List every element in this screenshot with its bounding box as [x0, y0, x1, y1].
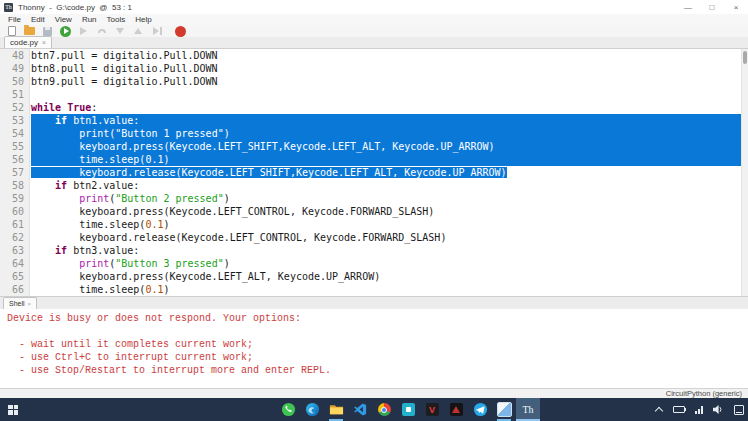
- run-script-button[interactable]: [59, 25, 72, 37]
- line-number: 50: [0, 75, 29, 88]
- code-line-52[interactable]: while True:: [31, 101, 741, 114]
- vscode-icon: [353, 402, 368, 417]
- code-line-59[interactable]: print("Button 2 pressed"): [31, 192, 741, 205]
- resume-button: [149, 25, 162, 37]
- code-line-60[interactable]: keyboard.press(Keycode.LEFT_CONTROL, Key…: [31, 205, 741, 218]
- window-controls: — □ ×: [676, 0, 748, 14]
- line-number: 49: [0, 62, 29, 75]
- code-line-57[interactable]: keyboard.release(Keycode.LEFT_SHIFT,Keyc…: [31, 166, 741, 179]
- line-number: 51: [0, 88, 29, 101]
- edge-icon: [305, 402, 320, 417]
- photos-icon: [497, 402, 512, 417]
- chat-app-icon: [402, 403, 415, 416]
- line-number: 64: [0, 257, 29, 270]
- start-button[interactable]: [0, 398, 26, 421]
- backend-selector[interactable]: CircuitPython (generic): [666, 389, 748, 398]
- telegram-icon: [473, 402, 488, 417]
- close-button[interactable]: ×: [724, 0, 748, 14]
- menu-bar: FileEditViewRunToolsHelp: [0, 14, 748, 25]
- code-line-48[interactable]: btn7.pull = digitalio.Pull.DOWN: [31, 49, 741, 62]
- system-tray: [652, 398, 745, 421]
- minimize-button[interactable]: —: [676, 0, 700, 14]
- shell-header: Shell ×: [0, 296, 748, 309]
- line-number: 66: [0, 283, 29, 296]
- shell-tab-label: Shell: [9, 300, 25, 307]
- line-number: 62: [0, 231, 29, 244]
- taskbar-app-chat-app[interactable]: [396, 398, 420, 421]
- vivaldi-icon: V: [426, 403, 439, 416]
- code-line-62[interactable]: keyboard.release(Keycode.LEFT_CONTROL, K…: [31, 231, 741, 244]
- debug-button: [77, 25, 90, 37]
- step-into-icon: [116, 28, 124, 34]
- taskbar-app-vivaldi[interactable]: V: [420, 398, 444, 421]
- code-text-area[interactable]: btn7.pull = digitalio.Pull.DOWNbtn8.pull…: [31, 49, 741, 296]
- code-line-51[interactable]: [31, 88, 741, 101]
- menu-help[interactable]: Help: [130, 15, 156, 24]
- tray-battery-icon[interactable]: [672, 398, 685, 421]
- taskbar-app-photos[interactable]: [492, 398, 516, 421]
- step-out-icon: [134, 28, 142, 34]
- code-line-50[interactable]: btn9.pull = digitalio.Pull.DOWN: [31, 75, 741, 88]
- tab-shell[interactable]: Shell ×: [3, 297, 37, 309]
- code-line-55[interactable]: keyboard.press(Keycode.LEFT_SHIFT,Keycod…: [31, 140, 741, 153]
- step-over-icon: [98, 29, 106, 33]
- whatsapp-icon: [281, 402, 296, 417]
- resume-icon: [153, 27, 159, 35]
- taskbar-app-edge[interactable]: [300, 398, 324, 421]
- editor-tabbar: code.py ×: [0, 37, 748, 49]
- code-line-66[interactable]: time.sleep(0.1): [31, 283, 741, 296]
- code-line-53[interactable]: if btn1.value:: [31, 114, 741, 127]
- line-number: 61: [0, 218, 29, 231]
- tab-close-icon[interactable]: ×: [42, 39, 46, 46]
- taskbar-app-file-explorer[interactable]: [324, 398, 348, 421]
- debug-icon: [80, 27, 87, 35]
- tray-action-center-icon[interactable]: [732, 398, 745, 421]
- code-line-63[interactable]: if btn3.value:: [31, 244, 741, 257]
- menu-run[interactable]: Run: [77, 15, 102, 24]
- code-line-65[interactable]: keyboard.press(Keycode.LEFT_ALT, Keycode…: [31, 270, 741, 283]
- stop-restart-button[interactable]: [174, 25, 187, 37]
- stop-restart-icon: [175, 26, 186, 37]
- line-number: 65: [0, 270, 29, 283]
- msi-center-icon: [450, 403, 463, 416]
- code-line-61[interactable]: time.sleep(0.1): [31, 218, 741, 231]
- taskbar-app-thonny[interactable]: Th: [516, 398, 540, 421]
- code-line-58[interactable]: if btn2.value:: [31, 179, 741, 192]
- menu-edit[interactable]: Edit: [26, 15, 50, 24]
- code-line-56[interactable]: time.sleep(0.1): [31, 153, 741, 166]
- tray-network-icon[interactable]: [692, 398, 705, 421]
- menu-view[interactable]: View: [50, 15, 77, 24]
- shell-line-3: - use Ctrl+C to interrupt current work;: [7, 351, 748, 364]
- run-script-icon: [60, 26, 71, 37]
- toolbar: [0, 25, 748, 37]
- menu-file[interactable]: File: [3, 15, 26, 24]
- chrome-icon: [378, 403, 391, 416]
- code-line-64[interactable]: print("Button 3 pressed"): [31, 257, 741, 270]
- editor-scrollbar-thumb[interactable]: [743, 51, 747, 64]
- open-file-icon: [24, 27, 35, 35]
- step-over-button: [95, 25, 108, 37]
- editor-scrollbar[interactable]: [741, 49, 748, 296]
- shell-close-icon[interactable]: ×: [28, 301, 32, 307]
- code-editor[interactable]: 48495051525354555657585960616263646566 b…: [0, 49, 748, 296]
- status-bar: CircuitPython (generic): [0, 388, 748, 398]
- shell-output[interactable]: Device is busy or does not respond. Your…: [0, 309, 748, 388]
- shell-line-0: Device is busy or does not respond. Your…: [7, 312, 748, 325]
- code-line-49[interactable]: btn8.pull = digitalio.Pull.DOWN: [31, 62, 741, 75]
- line-number: 57: [0, 166, 29, 179]
- maximize-button[interactable]: □: [700, 0, 724, 14]
- taskbar-app-chrome[interactable]: [372, 398, 396, 421]
- taskbar-app-telegram[interactable]: [468, 398, 492, 421]
- taskbar-app-vscode[interactable]: [348, 398, 372, 421]
- code-line-54[interactable]: print("Button 1 pressed"): [31, 127, 741, 140]
- tray-chevron-up-icon[interactable]: [652, 398, 665, 421]
- shell-line-1: [7, 325, 748, 338]
- tab-code-py[interactable]: code.py ×: [4, 36, 52, 48]
- tab-label: code.py: [10, 38, 38, 47]
- window-title: Thonny - G:\code.py @ 53 : 1: [18, 3, 132, 12]
- taskbar-app-msi-center[interactable]: [444, 398, 468, 421]
- shell-line-4: - use Stop/Restart to interrupt more and…: [7, 364, 748, 377]
- menu-tools[interactable]: Tools: [102, 15, 131, 24]
- tray-volume-icon[interactable]: [712, 398, 725, 421]
- taskbar-app-whatsapp[interactable]: [276, 398, 300, 421]
